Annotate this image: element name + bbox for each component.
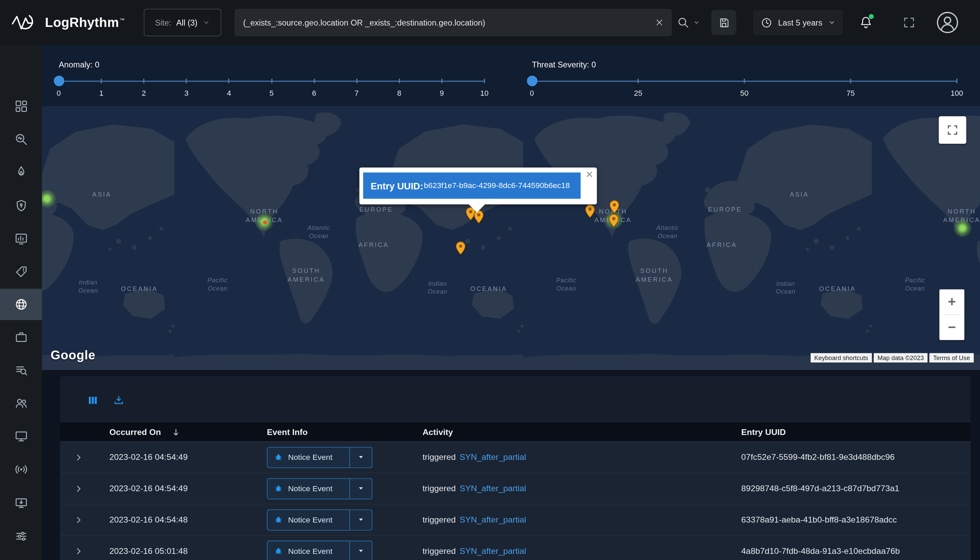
brand-tm: ™: [120, 17, 125, 23]
world-map-land: [42, 106, 980, 370]
event-info-cell: Notice Event: [267, 509, 422, 530]
notice-event-dropdown[interactable]: [350, 509, 372, 530]
sidebar-item-cases[interactable]: [0, 321, 42, 353]
column-chooser-button[interactable]: [88, 395, 98, 405]
row-expand-button[interactable]: [60, 515, 97, 525]
monitor-download-icon: [14, 496, 28, 510]
notice-event-dropdown[interactable]: [350, 540, 372, 560]
sidebar-item-users[interactable]: [0, 388, 42, 419]
map-attribution-link[interactable]: Map data ©2023: [874, 353, 928, 363]
zoom-out-button[interactable]: −: [940, 315, 964, 340]
search-input[interactable]: [234, 9, 649, 37]
activity-link[interactable]: SYN_after_partial: [460, 484, 526, 493]
slider-tick-label: 6: [312, 89, 316, 98]
download-icon: [113, 395, 124, 406]
entry-uuid-cell: 63378a91-aeba-41b0-bff8-a3e18678adcc: [741, 515, 970, 525]
sidebar-item-settings[interactable]: [0, 520, 42, 552]
sidebar-item-agents[interactable]: [0, 421, 42, 452]
slider-tick: [271, 79, 272, 83]
sidebar-item-analyze[interactable]: [0, 123, 42, 155]
logrhythm-logo: [11, 13, 39, 32]
sidebar-item-deployment[interactable]: [0, 487, 42, 519]
event-glow-marker[interactable]: [953, 219, 972, 237]
sidebar-item-log-search[interactable]: [0, 355, 42, 386]
map-pin-marker[interactable]: [456, 241, 466, 255]
row-expand-button[interactable]: [60, 483, 97, 493]
brand-name: LogRhythm: [45, 15, 119, 29]
column-header-entry-uuid[interactable]: Entry UUID: [741, 427, 970, 437]
table-row: 2023-02-16 04:54:49 Notice Event trigger…: [60, 472, 970, 504]
slider-tick-label: 50: [740, 89, 749, 98]
logrhythm-brand[interactable]: LogRhythm™: [11, 13, 125, 32]
notifications-button[interactable]: [859, 15, 873, 30]
slider-tick-label: 8: [397, 89, 401, 98]
events-table-card: Occurred On Event Info Activity Entry UU…: [60, 377, 970, 560]
slider-tick-label: 2: [142, 89, 146, 98]
user-avatar[interactable]: [937, 11, 959, 34]
site-selector[interactable]: Site: All (3): [144, 9, 221, 37]
anomaly-slider-handle[interactable]: [53, 76, 64, 86]
map-attribution-link[interactable]: Keyboard shortcuts: [811, 353, 872, 363]
sidebar-item-alarms[interactable]: [0, 256, 42, 287]
notice-event-label: Notice Event: [288, 453, 332, 462]
clock-icon: [761, 17, 773, 28]
map-pin-marker[interactable]: [585, 204, 595, 218]
occurred-on-label: Occurred On: [109, 427, 161, 437]
sidebar-item-beats[interactable]: [0, 454, 42, 485]
google-logo[interactable]: Google: [51, 348, 96, 362]
map-fullscreen-button[interactable]: [939, 116, 967, 144]
sidebar-item-geo-map[interactable]: [0, 289, 42, 320]
broadcast-icon: [14, 463, 28, 476]
clear-search-icon[interactable]: [654, 17, 664, 27]
notice-event-dropdown[interactable]: [350, 478, 372, 499]
map-attribution-link[interactable]: Terms of Use: [930, 353, 974, 363]
slider-tick: [100, 79, 102, 83]
caret-down-icon: [202, 19, 210, 26]
search-submit-icon[interactable]: [677, 17, 690, 29]
column-header-event-info[interactable]: Event Info: [267, 427, 422, 437]
export-button[interactable]: [113, 395, 124, 406]
sidebar-item-dashboards[interactable]: [0, 91, 42, 122]
notice-event-button[interactable]: Notice Event: [267, 478, 350, 499]
slider-tick-label: 9: [439, 89, 444, 98]
table-row: 2023-02-16 04:54:48 Notice Event trigger…: [60, 504, 970, 535]
notice-event-dropdown[interactable]: [350, 447, 372, 468]
threat-slider-ticks: 0255075100: [532, 78, 957, 100]
activity-link[interactable]: SYN_after_partial: [460, 547, 526, 556]
slider-tick-label: 25: [634, 89, 642, 98]
sidebar-item-security[interactable]: [0, 190, 42, 222]
table-toolbar: [60, 377, 970, 414]
fullscreen-app-button[interactable]: [903, 16, 916, 29]
search-options-caret-icon[interactable]: [693, 19, 700, 26]
zoom-in-button[interactable]: +: [940, 290, 964, 314]
filter-strip: Anomaly: 0 012345678910 Threat Severity:…: [42, 45, 980, 106]
activity-verb: triggered: [422, 547, 456, 556]
fullscreen-icon: [903, 16, 916, 29]
row-expand-button[interactable]: [60, 546, 97, 556]
column-header-activity[interactable]: Activity: [422, 427, 741, 437]
time-range-label: Last 5 years: [778, 18, 823, 27]
notice-event-label: Notice Event: [288, 515, 332, 524]
map-pin-marker[interactable]: [609, 200, 619, 213]
geo-map-canvas[interactable]: + − Google Keyboard shortcutsMap data ©2…: [42, 106, 980, 370]
sidebar-item-threat-hunting[interactable]: [0, 157, 42, 188]
activity-link[interactable]: SYN_after_partial: [460, 452, 526, 462]
row-expand-button[interactable]: [60, 452, 97, 462]
slider-tick: [399, 79, 400, 83]
anomaly-slider-ticks: 012345678910: [58, 78, 484, 100]
event-info-cell: Notice Event: [267, 540, 422, 560]
notice-event-button[interactable]: Notice Event: [267, 509, 350, 530]
map-zoom-control: + −: [940, 290, 964, 340]
save-search-button[interactable]: [711, 10, 736, 35]
notice-event-button[interactable]: Notice Event: [267, 447, 350, 468]
notice-event-button[interactable]: Notice Event: [267, 540, 350, 560]
info-window-close-icon[interactable]: [586, 171, 593, 178]
sidebar-item-reports[interactable]: [0, 223, 42, 255]
column-header-occurred-on[interactable]: Occurred On: [97, 427, 267, 437]
event-hotspot-marker[interactable]: [263, 221, 267, 225]
threat-slider-handle[interactable]: [526, 76, 537, 86]
activity-link[interactable]: SYN_after_partial: [460, 515, 526, 525]
map-pin-marker[interactable]: [609, 214, 618, 228]
slider-tick-label: 1: [99, 89, 103, 98]
time-range-selector[interactable]: Last 5 years: [753, 10, 843, 35]
